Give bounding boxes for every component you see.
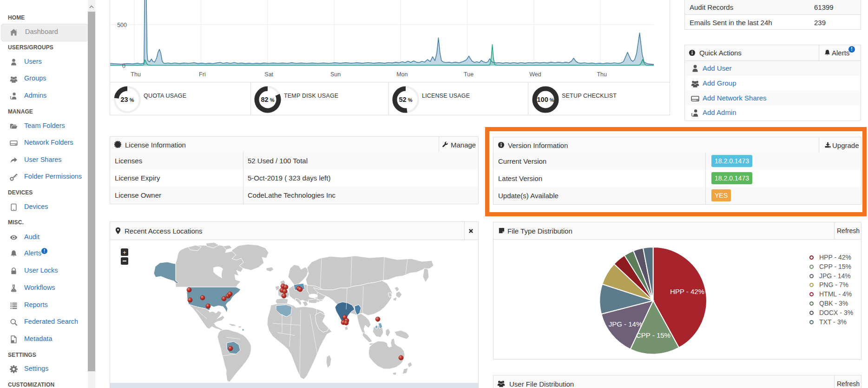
svg-text:HPP - 42%: HPP - 42% <box>670 288 704 295</box>
svg-text:23%: 23% <box>121 96 134 103</box>
svg-text:CPP - 15%: CPP - 15% <box>636 331 671 339</box>
svg-text:82%: 82% <box>261 96 275 103</box>
svg-text:LICENSE USAGE: LICENSE USAGE <box>422 93 470 99</box>
svg-text:SETUP CHECKLIST: SETUP CHECKLIST <box>562 93 617 99</box>
svg-text:52%: 52% <box>399 96 413 103</box>
svg-text:100%: 100% <box>537 96 554 103</box>
svg-text:JPG - 14%: JPG - 14% <box>609 320 643 328</box>
svg-text:QUOTA USAGE: QUOTA USAGE <box>144 93 186 99</box>
svg-text:TEMP DISK USAGE: TEMP DISK USAGE <box>284 93 338 99</box>
svg-text:+: + <box>123 249 126 256</box>
